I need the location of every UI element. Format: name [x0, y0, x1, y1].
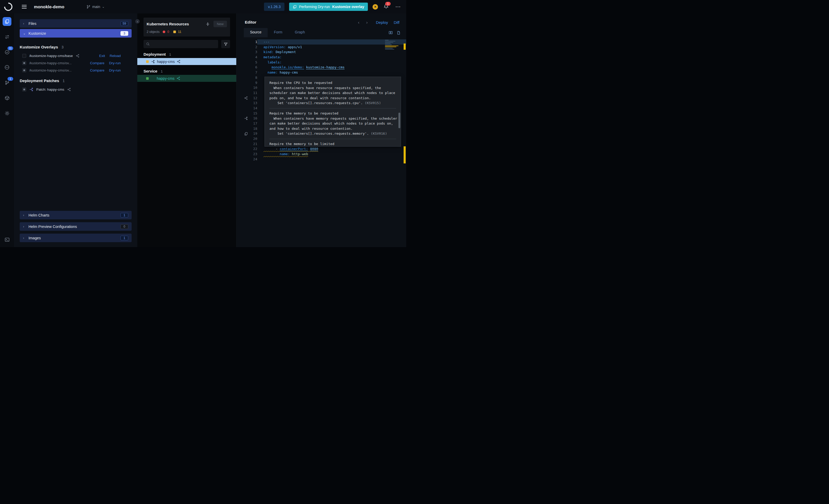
code-editor[interactable]: 1---2apiVersion: apps/v13kind: Deploymen… [237, 39, 406, 247]
dryrun-link[interactable]: Dry-run [109, 61, 121, 65]
overlay-row-base[interactable]: /kustomize-happy-cms/base Exit Reload [20, 52, 132, 59]
code-line[interactable]: 6 monokle.io/demo: kustomize-happy-cms [237, 65, 406, 70]
menu-icon[interactable] [21, 4, 28, 10]
topbar: monokle-demo main ⌄ v.1.26.3 Performing … [0, 0, 406, 13]
exit-link[interactable]: Exit [99, 54, 105, 58]
overlay-checkbox[interactable] [22, 68, 26, 72]
rail-images-button[interactable] [3, 94, 11, 102]
diff-button[interactable]: Diff [394, 20, 399, 25]
code-line[interactable]: 4metadata: [237, 55, 406, 60]
git-count-badge: 1 [7, 77, 13, 81]
share-icon[interactable] [67, 88, 71, 91]
code-text[interactable]: name: happy-cms [257, 70, 406, 75]
tab-graph[interactable]: Graph [289, 28, 311, 37]
sync-resources-icon[interactable] [206, 22, 210, 26]
kustomize-icon [293, 5, 297, 9]
nav-forward-icon[interactable]: › [366, 20, 368, 25]
patch-icon [151, 60, 155, 64]
code-text[interactable]: --- [257, 39, 406, 44]
dryrun-link[interactable]: Dry-run [109, 68, 121, 72]
share-icon[interactable] [177, 60, 180, 63]
rail-file-explorer-button[interactable] [3, 17, 11, 26]
resource-row-service-happy-cms[interactable]: happy-cms [137, 75, 236, 82]
code-text[interactable]: - containerPort: 8080 [257, 146, 406, 151]
monokle-logo-icon[interactable] [2, 1, 14, 12]
code-line[interactable]: 2apiVersion: apps/v1 [237, 44, 406, 50]
more-menu-button[interactable]: ⋯ [394, 4, 402, 10]
open-file-icon[interactable] [397, 31, 400, 35]
minimap[interactable] [385, 40, 402, 53]
search-icon [146, 42, 150, 46]
deploy-button[interactable]: Deploy [376, 20, 388, 25]
code-text[interactable]: name: http-web [257, 151, 406, 157]
new-resource-button[interactable]: New [213, 21, 227, 27]
rail-settings-button[interactable] [3, 109, 11, 117]
code-line[interactable]: 5 labels: [237, 60, 406, 65]
share-icon[interactable] [177, 77, 180, 80]
overview-ruler[interactable] [404, 39, 406, 247]
tab-source[interactable]: Source [244, 28, 267, 37]
share-icon[interactable] [237, 96, 248, 101]
section-files[interactable]: › Files 59 [20, 19, 132, 28]
overlay-checkbox[interactable] [22, 61, 26, 65]
code-text[interactable]: kind: Deployment [257, 49, 406, 55]
code-text[interactable]: monokle.io/demo: kustomize-happy-cms [257, 65, 406, 70]
section-images[interactable]: › Images 1 [20, 233, 132, 242]
rail-compare-button[interactable] [3, 32, 11, 41]
code-text[interactable]: apiVersion: apps/v1 [257, 44, 406, 50]
rail-validation-button[interactable]: 11 [3, 48, 11, 57]
overlay-row-1[interactable]: /kustomize-happy-cms/ov... Compare Dry-r… [20, 59, 132, 67]
code-text[interactable]: metadata: [257, 55, 406, 60]
line-number: 13 [248, 101, 257, 106]
code-line[interactable]: 24 [237, 157, 406, 162]
section-helm-preview-configs[interactable]: › Helm Preview Configurations 0 [20, 222, 132, 231]
rail-git-button[interactable]: 1 [3, 78, 11, 87]
tooltip-scrollbar[interactable] [398, 113, 400, 128]
overlay-path[interactable]: /kustomize-happy-cms/ov... [29, 68, 72, 72]
patch-row[interactable]: Patch: happy-cms [20, 86, 132, 93]
overlay-path[interactable]: /kustomize-happy-cms/base [29, 54, 73, 58]
chevron-right-icon: › [23, 213, 26, 217]
section-helm-charts[interactable]: › Helm Charts 1 [20, 211, 132, 219]
compare-link[interactable]: Compare [90, 68, 104, 72]
reload-link[interactable]: Reload [110, 54, 121, 58]
code-line[interactable]: 1--- [237, 39, 406, 44]
code-text[interactable]: labels: [257, 60, 406, 65]
version-badge[interactable]: v.1.26.3 [264, 3, 284, 11]
overlay-checkbox[interactable] [22, 54, 26, 58]
resource-row-deployment-happy-cms[interactable]: happy-cms [137, 58, 236, 65]
project-title: monokle-demo [34, 4, 64, 9]
code-line[interactable]: 22 - containerPort: 8080 [237, 146, 406, 151]
overlay-row-2[interactable]: /kustomize-happy-cms/ov... Compare Dry-r… [20, 67, 132, 74]
copy-icon[interactable] [237, 131, 248, 136]
compare-link[interactable]: Compare [90, 61, 104, 65]
chevron-right-icon: › [23, 22, 26, 25]
notifications-button[interactable]: 1 [383, 3, 390, 10]
resource-search[interactable] [144, 40, 218, 48]
kustomize-count-badge: 3 [120, 31, 128, 36]
dryrun-status-button[interactable]: Performing Dry-run Kustomize overlay [289, 3, 368, 11]
resources-header-card: Kubernetes Resources New 2 objects 0 11 [144, 17, 230, 37]
code-line[interactable]: 7 name: happy-cms [237, 70, 406, 75]
patch-label[interactable]: Patch: happy-cms [36, 87, 64, 92]
code-line[interactable]: 23 name: http-web [237, 151, 406, 157]
branch-selector[interactable]: main ⌄ [86, 5, 104, 9]
rail-helm-button[interactable]: HELM [3, 63, 11, 72]
code-text[interactable] [257, 157, 406, 162]
section-kustomize[interactable]: ⌄ Kustomize 3 [20, 29, 132, 38]
code-line[interactable]: 3kind: Deployment [237, 49, 406, 55]
overlay-path[interactable]: /kustomize-happy-cms/ov... [29, 61, 72, 65]
tab-form[interactable]: Form [267, 28, 289, 37]
split-columns-icon[interactable] [389, 31, 393, 35]
patch-icon[interactable] [237, 116, 248, 121]
filter-button[interactable] [221, 40, 230, 48]
rail-terminal-button[interactable] [3, 235, 11, 244]
share-icon[interactable] [76, 54, 79, 58]
nav-back-icon[interactable]: ‹ [358, 20, 360, 25]
group-header-deployment[interactable]: Deployment 1 [144, 52, 230, 57]
search-input[interactable] [152, 42, 216, 46]
patch-checkbox[interactable] [22, 87, 26, 92]
group-header-service[interactable]: Service 1 [144, 69, 230, 73]
cluster-warning-icon[interactable]: ✕ [372, 4, 378, 9]
collapse-panel-button[interactable]: ‹ [135, 19, 140, 24]
